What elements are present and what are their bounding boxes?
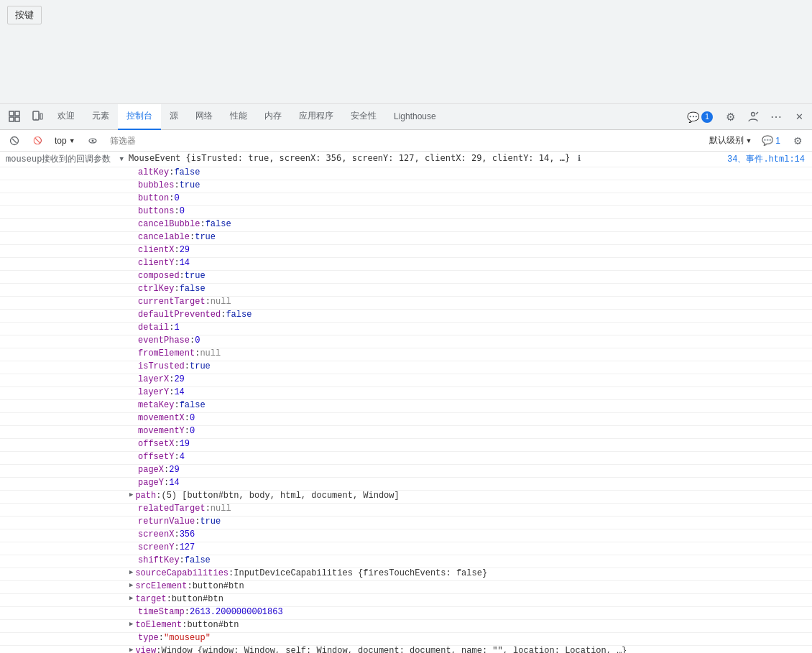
- prop-key: isTrusted: [138, 361, 185, 371]
- prop-colon: :: [174, 258, 179, 268]
- prop-colon: :: [195, 517, 200, 527]
- tab-network[interactable]: 网络: [187, 104, 221, 130]
- prop-colon: :: [174, 180, 179, 190]
- tab-elements[interactable]: 元素: [83, 104, 118, 130]
- prop-key: returnValue: [138, 517, 195, 527]
- expand-prop-button[interactable]: [129, 594, 133, 602]
- property-row: pageY: 14: [0, 478, 812, 491]
- property-row: layerY: 14: [0, 387, 812, 400]
- profile-button[interactable]: [743, 107, 763, 127]
- log-row-mouseup: mouseup接收到的回调参数 MouseEvent {isTrusted: t…: [0, 152, 812, 167]
- prop-colon: :: [167, 594, 172, 604]
- prop-value: 2613.2000000001863: [190, 607, 283, 617]
- prop-value: false: [174, 167, 200, 177]
- prop-value: button#btn: [193, 581, 244, 591]
- preserve-log-button[interactable]: 🚫: [27, 131, 47, 151]
- property-row: movementY: 0: [0, 426, 812, 439]
- prop-key: path: [135, 491, 156, 501]
- prop-colon: :: [206, 297, 211, 307]
- settings-button[interactable]: ⚙: [720, 107, 740, 127]
- console-settings-button[interactable]: ⚙: [788, 131, 808, 151]
- console-msg-count[interactable]: 💬 1: [757, 134, 785, 147]
- context-selector[interactable]: top ▼: [50, 134, 80, 147]
- svg-rect-0: [9, 111, 14, 116]
- property-row: cancelable: true: [0, 232, 812, 245]
- prop-key: sourceCapabilities: [135, 568, 229, 578]
- svg-rect-3: [15, 117, 19, 121]
- expand-prop-button[interactable]: [129, 568, 133, 576]
- tab-device[interactable]: [26, 104, 49, 130]
- property-row: cancelBubble: false: [0, 219, 812, 232]
- prop-key: offsetX: [138, 439, 174, 449]
- prop-colon: :: [174, 439, 179, 449]
- prop-key: movementY: [138, 426, 185, 436]
- filter-input[interactable]: [106, 133, 704, 149]
- property-row: pageX: 29: [0, 465, 812, 478]
- prop-colon: :: [164, 478, 169, 488]
- console-output: mouseup接收到的回调参数 MouseEvent {isTrusted: t…: [0, 152, 812, 653]
- prop-colon: :: [169, 167, 174, 177]
- prop-value: 0: [195, 335, 200, 346]
- tab-application[interactable]: 应用程序: [290, 104, 342, 130]
- prop-colon: :: [169, 387, 174, 397]
- prop-colon: :: [174, 529, 179, 539]
- expand-prop-button[interactable]: [129, 620, 133, 628]
- more-button[interactable]: ⋯: [766, 107, 786, 127]
- property-row: relatedTarget: null: [0, 504, 812, 517]
- eye-button[interactable]: [83, 131, 103, 151]
- message-count-icon[interactable]: 💬 1: [683, 110, 717, 124]
- close-button[interactable]: ✕: [789, 107, 809, 127]
- prop-key: shiftKey: [138, 555, 180, 565]
- clear-console-button[interactable]: [4, 131, 24, 151]
- prop-key: currentTarget: [138, 297, 206, 307]
- svg-rect-5: [40, 114, 42, 119]
- prop-key: eventPhase: [138, 335, 190, 346]
- expand-prop-button[interactable]: [129, 491, 133, 499]
- prop-key: altKey: [138, 167, 169, 177]
- prop-value: 0: [180, 206, 185, 216]
- prop-colon: :: [229, 568, 234, 578]
- prop-colon: :: [187, 581, 192, 591]
- devtools-tab-bar: 欢迎 元素 控制台 源 网络 性能 内存 应用程序 安全性 Lighthouse…: [0, 104, 812, 130]
- tab-console[interactable]: 控制台: [118, 104, 161, 130]
- expand-event-button[interactable]: [119, 155, 123, 162]
- tab-security[interactable]: 安全性: [342, 104, 385, 130]
- prop-value: null: [211, 297, 231, 307]
- tab-lighthouse[interactable]: Lighthouse: [385, 104, 445, 130]
- inspect-icon: [9, 111, 20, 122]
- prop-value: 19: [180, 439, 190, 449]
- tab-welcome[interactable]: 欢迎: [49, 104, 83, 130]
- tab-sources[interactable]: 源: [161, 104, 187, 130]
- prop-value: null: [200, 348, 221, 358]
- jijian-button[interactable]: 按键: [7, 6, 42, 24]
- prop-colon: :: [182, 620, 187, 630]
- tab-memory[interactable]: 内存: [256, 104, 290, 130]
- property-row: offsetY: 4: [0, 452, 812, 465]
- svg-point-7: [752, 112, 755, 116]
- prop-value: button#btn: [172, 594, 223, 604]
- tab-inspect[interactable]: [3, 104, 26, 130]
- prop-colon: :: [174, 452, 179, 462]
- expand-prop-button[interactable]: [129, 646, 133, 653]
- property-row: composed: true: [0, 271, 812, 284]
- property-row: detail: 1: [0, 323, 812, 335]
- prop-key: movementX: [138, 413, 185, 423]
- level-selector[interactable]: 默认级别 ▼: [706, 133, 755, 148]
- prop-key: composed: [138, 271, 180, 281]
- property-row: view: Window {window: Window, self: Wind…: [0, 646, 812, 653]
- prop-key: layerX: [138, 374, 169, 384]
- prop-value: false: [180, 400, 206, 410]
- prop-colon: :: [159, 633, 164, 643]
- property-row: screenY: 127: [0, 542, 812, 555]
- prop-colon: :: [221, 310, 226, 320]
- prop-value: true: [190, 361, 211, 371]
- prop-colon: :: [174, 284, 179, 294]
- expand-prop-button[interactable]: [129, 581, 133, 589]
- mouse-event-header[interactable]: MouseEvent {isTrusted: true, screenX: 35…: [116, 152, 720, 164]
- prop-colon: :: [174, 400, 179, 410]
- tab-performance[interactable]: 性能: [221, 104, 256, 130]
- prop-key: ctrlKey: [138, 284, 174, 294]
- property-row: screenX: 356: [0, 529, 812, 542]
- prop-key: buttons: [138, 206, 174, 216]
- log-source-link[interactable]: 34、事件.html:14: [720, 152, 812, 166]
